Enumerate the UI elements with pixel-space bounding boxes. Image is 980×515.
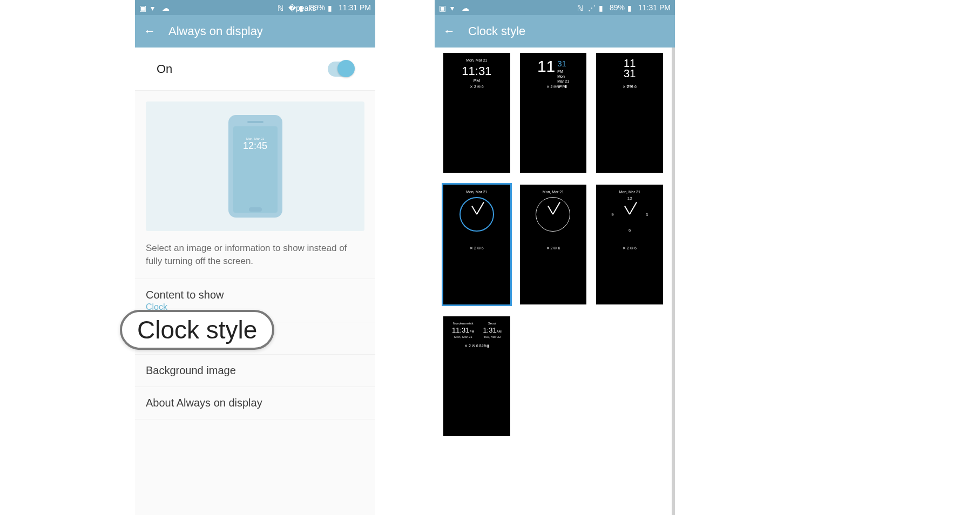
cloud-icon: ☁ xyxy=(162,4,170,12)
clock-style-option-2[interactable]: 11 31 PM Mon Mar 21 84%▮ ✕ 2 ✉ 6 xyxy=(520,53,587,173)
clock-style-option-3[interactable]: 11 31 PM ✕ 2 ✉ 6 xyxy=(596,53,663,173)
tile-date: Mon, Mar 21 xyxy=(600,190,659,194)
preview-time: 12:45 xyxy=(243,140,267,152)
phone-screenshot-right: ▣ ▾ ☁ ℕ ⋰ ▮ 89% ▮ 11:31 PM ← Clock style… xyxy=(435,0,675,515)
on-off-switch[interactable] xyxy=(328,62,354,77)
signal-icon: ▮ xyxy=(299,4,307,12)
tile-date: Mon, Mar 21 xyxy=(524,190,583,194)
network-icon: ▾ xyxy=(450,4,458,12)
cloud-icon: ☁ xyxy=(462,4,470,12)
clock-style-option-4[interactable]: Mon, Mar 21 ✕ 2 ✉ 6 xyxy=(443,185,510,304)
back-icon[interactable]: ← xyxy=(443,24,455,38)
tile-status: ✕ 2 ✉ 6 xyxy=(443,85,510,89)
battery-text: 89% xyxy=(310,3,325,12)
clock-text: 11:31 PM xyxy=(339,3,371,12)
tile-time: 11 31 PM Mon Mar 21 84%▮ xyxy=(524,58,583,89)
preview-date: Mon, Mar 21 xyxy=(246,137,265,140)
analog-clock-icon: 123 69 xyxy=(612,197,647,232)
page-title: Always on display xyxy=(168,24,263,38)
description-text: Select an image or information to show i… xyxy=(135,242,375,279)
clock-text: 11:31 PM xyxy=(638,3,671,12)
toggle-label: On xyxy=(157,62,172,76)
menu-label: Content to show xyxy=(146,289,224,301)
analog-clock-icon xyxy=(459,197,494,232)
tile-time: 11:31PM xyxy=(448,64,506,83)
wifi-icon: �peaks xyxy=(288,4,296,12)
battery-icon: ▮ xyxy=(627,4,636,12)
app-bar: ← Clock style xyxy=(435,15,675,48)
clock-style-grid: Mon, Mar 21 11:31PM ✕ 2 ✉ 6 11 31 PM Mon… xyxy=(435,48,675,515)
status-bar: ▣ ▾ ☁ ℕ �peaks ▮ 89% ▮ 11:31 PM xyxy=(135,0,375,15)
page-title: Clock style xyxy=(468,24,525,38)
toggle-row[interactable]: On xyxy=(135,48,375,91)
analog-clock-icon xyxy=(536,197,570,232)
battery-text: 89% xyxy=(610,3,625,12)
network-icon: ▾ xyxy=(151,4,159,12)
battery-icon: ▮ xyxy=(328,4,336,12)
clock-style-option-7[interactable]: Novokuznetsk 11:31PM Mon, Mar 21 Seoul 1… xyxy=(443,316,510,436)
clock-style-option-6[interactable]: Mon, Mar 21 123 69 ✕ 2 ✉ 6 xyxy=(596,185,663,304)
phone-screenshot-left: ▣ ▾ ☁ ℕ �peaks ▮ 89% ▮ 11:31 PM ← Always… xyxy=(135,0,375,515)
tile-status: ✕ 2 ✉ 6 xyxy=(596,246,663,250)
status-bar: ▣ ▾ ☁ ℕ ⋰ ▮ 89% ▮ 11:31 PM xyxy=(435,0,675,15)
nfc-icon: ℕ xyxy=(278,4,286,12)
menu-about[interactable]: About Always on display xyxy=(135,387,375,419)
tile-date: Mon, Mar 21 xyxy=(448,190,506,194)
back-icon[interactable]: ← xyxy=(144,24,156,38)
tile-status: ✕ 2 ✉ 6 84%▮ xyxy=(448,344,506,348)
dual-clock: Novokuznetsk 11:31PM Mon, Mar 21 Seoul 1… xyxy=(448,322,506,338)
wifi-icon: ⋰ xyxy=(588,4,596,12)
preview-card: Mon, Mar 21 12:45 xyxy=(146,101,364,231)
tile-date: Mon, Mar 21 xyxy=(448,58,506,62)
tile-status: ✕ 2 ✉ 6 xyxy=(520,246,587,250)
callout-clock-style: Clock style xyxy=(120,310,274,350)
tile-status: ✕ 2 ✉ 6 xyxy=(596,85,663,89)
nfc-icon: ℕ xyxy=(577,4,585,12)
phone-preview-icon: Mon, Mar 21 12:45 xyxy=(228,115,282,218)
clock-style-option-1[interactable]: Mon, Mar 21 11:31PM ✕ 2 ✉ 6 xyxy=(443,53,510,173)
clock-style-option-5[interactable]: Mon, Mar 21 ✕ 2 ✉ 6 xyxy=(520,185,587,304)
signal-icon: ▮ xyxy=(599,4,607,12)
app-bar: ← Always on display xyxy=(135,15,375,48)
menu-background-image[interactable]: Background image xyxy=(135,355,375,387)
tile-status: ✕ 2 ✉ 6 xyxy=(520,85,587,89)
image-icon: ▣ xyxy=(439,4,447,12)
tile-status: ✕ 2 ✉ 6 xyxy=(443,246,510,250)
image-icon: ▣ xyxy=(139,4,147,12)
